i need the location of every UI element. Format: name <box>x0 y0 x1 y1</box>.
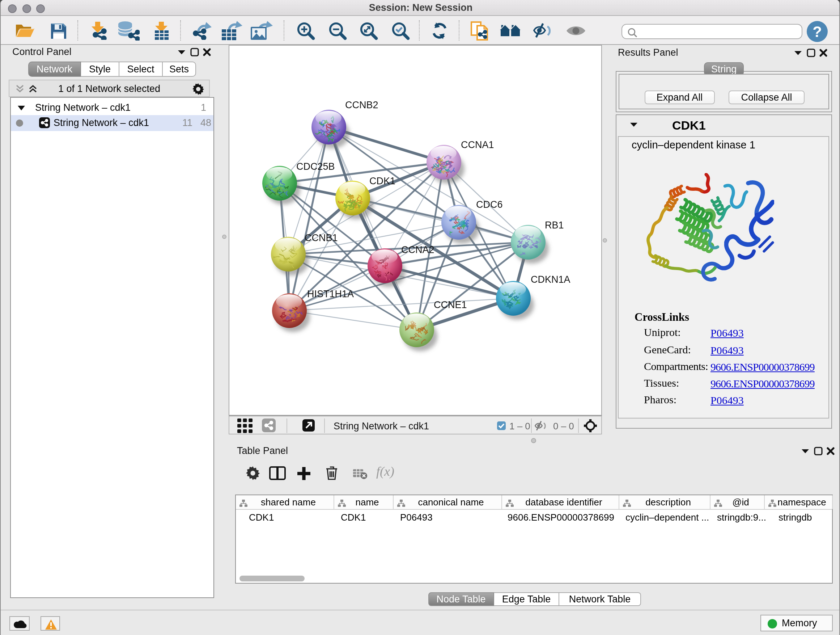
svg-text:CCNE1: CCNE1 <box>434 299 467 310</box>
svg-text:CDC6: CDC6 <box>476 199 503 210</box>
svg-text:CDC25B: CDC25B <box>296 161 335 172</box>
svg-text:CDKN1A: CDKN1A <box>531 274 570 285</box>
svg-text:CCNA2: CCNA2 <box>401 244 434 255</box>
svg-text:CDK1: CDK1 <box>369 176 395 187</box>
svg-text:CCNB2: CCNB2 <box>345 100 378 111</box>
svg-text:CCNA1: CCNA1 <box>461 139 494 150</box>
svg-text:CCNB1: CCNB1 <box>305 233 338 243</box>
svg-text:RB1: RB1 <box>545 220 564 231</box>
svg-text:HIST1H1A: HIST1H1A <box>307 288 354 299</box>
